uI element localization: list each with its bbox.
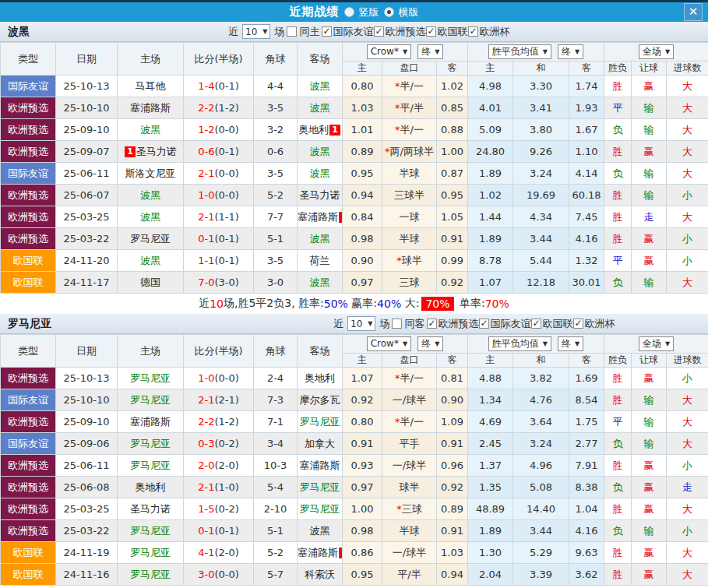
- away-team[interactable]: 圣马力诺: [298, 185, 343, 206]
- away-team[interactable]: 罗马尼亚: [298, 498, 343, 520]
- home-team[interactable]: 1圣马力诺: [118, 141, 184, 163]
- home-team[interactable]: 马耳他: [118, 76, 184, 97]
- match-row[interactable]: 国际友谊 25-09-06 罗马尼亚 0-3(0-2) 3-4 加拿大 0.91…: [1, 433, 708, 455]
- match-row[interactable]: 欧洲预选 25-09-10 塞浦路斯 2-2(1-2) 7-1 罗马尼亚 0.8…: [1, 411, 708, 433]
- match-row[interactable]: 国际友谊 25-10-13 马耳他 1-4(0-1) 4-4 波黑 0.80 *…: [1, 76, 708, 97]
- competition-filter-label[interactable]: 欧国联: [437, 25, 467, 39]
- handicap-time-select[interactable]: 终▼: [417, 336, 443, 351]
- close-button[interactable]: ✕: [684, 3, 703, 21]
- away-team[interactable]: 塞浦路斯1: [298, 542, 343, 564]
- match-row[interactable]: 欧国联 24-11-19 罗马尼亚 4-1(2-0) 5-2 塞浦路斯1 0.8…: [1, 542, 708, 564]
- radio-horizontal-label[interactable]: 横版: [399, 5, 419, 19]
- competition-filter-label[interactable]: 欧国联: [542, 317, 572, 331]
- match-row[interactable]: 欧国联 24-11-16 罗马尼亚 3-0(0-0) 5-7 科索沃 0.95 …: [1, 564, 708, 586]
- away-team[interactable]: 波黑: [298, 97, 343, 119]
- match-row[interactable]: 欧洲预选 25-06-08 奥地利 2-1(1-0) 5-4 罗马尼亚 0.97…: [1, 477, 708, 498]
- competition-filter-checkbox[interactable]: [427, 319, 437, 329]
- match-count-select[interactable]: 10▼: [242, 24, 270, 39]
- competition-filter-label[interactable]: 欧洲预选: [438, 317, 478, 331]
- avg-time-select[interactable]: 终▼: [558, 336, 583, 351]
- home-team[interactable]: 罗马尼亚: [118, 542, 184, 564]
- home-team[interactable]: 德国: [118, 272, 184, 294]
- away-team[interactable]: 波黑: [298, 163, 343, 185]
- match-row[interactable]: 欧洲预选 25-09-10 波黑 1-2(0-0) 3-2 奥地利1 1.01 …: [1, 119, 708, 141]
- competition-filter-label[interactable]: 欧洲预选: [385, 25, 425, 39]
- same-side-checkbox[interactable]: [392, 319, 402, 329]
- away-team[interactable]: 摩尔多瓦: [298, 389, 343, 411]
- away-team[interactable]: 奥地利: [298, 368, 343, 389]
- home-team[interactable]: 波黑: [118, 119, 184, 141]
- competition-filter-checkbox[interactable]: [468, 26, 478, 37]
- competition-filter-label[interactable]: 国际友谊: [490, 317, 530, 331]
- match-row[interactable]: 欧洲预选 25-10-13 罗马尼亚 1-0(0-0) 2-4 奥地利 1.07…: [1, 368, 708, 389]
- same-side-label[interactable]: 同客: [404, 317, 424, 331]
- competition-filter-label[interactable]: 欧洲杯: [479, 25, 509, 39]
- home-team[interactable]: 圣马力诺: [118, 498, 184, 520]
- away-team[interactable]: 波黑: [298, 272, 343, 294]
- away-team[interactable]: 塞浦路斯1: [298, 206, 343, 228]
- home-team[interactable]: 波黑: [118, 250, 184, 272]
- home-team[interactable]: 罗马尼亚: [118, 389, 184, 411]
- match-row[interactable]: 国际友谊 25-10-10 罗马尼亚 2-1(2-1) 7-3 摩尔多瓦 0.9…: [1, 389, 708, 411]
- radio-vertical-icon[interactable]: [344, 7, 354, 17]
- competition-filter-label[interactable]: 国际友谊: [333, 25, 373, 39]
- match-row[interactable]: 国际友谊 25-06-11 斯洛文尼亚 2-1(0-0) 3-5 波黑 0.95…: [1, 163, 708, 185]
- odds-company-select[interactable]: Crow*▼: [367, 44, 411, 59]
- home-team[interactable]: 波黑: [118, 185, 184, 206]
- competition-filter-checkbox[interactable]: [573, 319, 583, 329]
- home-team[interactable]: 罗马尼亚: [118, 520, 184, 542]
- avg-time-select[interactable]: 终▼: [558, 44, 583, 59]
- match-count-select[interactable]: 10▼: [347, 316, 375, 331]
- away-team[interactable]: 罗马尼亚: [298, 411, 343, 433]
- match-row[interactable]: 欧洲预选 25-06-07 波黑 1-0(0-0) 5-2 圣马力诺 0.94 …: [1, 185, 708, 206]
- same-side-checkbox[interactable]: [287, 26, 297, 37]
- handicap-home-odds: 0.97: [343, 272, 382, 294]
- match-row[interactable]: 欧洲预选 25-06-11 罗马尼亚 2-0(2-0) 10-3 塞浦路斯 0.…: [1, 455, 708, 477]
- away-team[interactable]: 波黑: [298, 76, 343, 97]
- match-row[interactable]: 欧洲预选 25-03-22 罗马尼亚 0-1(0-1) 5-1 波黑 0.98 …: [1, 520, 708, 542]
- away-team[interactable]: 科索沃: [298, 564, 343, 586]
- match-row[interactable]: 欧洲预选 25-03-25 波黑 2-1(1-1) 7-7 塞浦路斯1 0.84…: [1, 206, 708, 228]
- match-row[interactable]: 欧洲预选 25-10-10 塞浦路斯 2-2(1-2) 3-5 波黑 1.03 …: [1, 97, 708, 119]
- full-match-select[interactable]: 全场▼: [639, 336, 674, 351]
- away-team[interactable]: 加拿大: [298, 433, 343, 455]
- away-team[interactable]: 塞浦路斯: [298, 455, 343, 477]
- score-cell: 3-0(0-0): [184, 564, 254, 586]
- competition-filter-checkbox[interactable]: [479, 319, 489, 329]
- odds-company-select[interactable]: Crow*▼: [367, 336, 411, 351]
- away-team[interactable]: 奥地利1: [298, 119, 343, 141]
- home-team[interactable]: 塞浦路斯: [118, 97, 184, 119]
- avg-odds-select[interactable]: 胜平负均值▼: [488, 44, 551, 59]
- competition-filter-checkbox[interactable]: [531, 319, 541, 329]
- competition-filter-checkbox[interactable]: [426, 26, 436, 37]
- home-team[interactable]: 罗马尼亚: [118, 368, 184, 389]
- avg-odds-select[interactable]: 胜平负均值▼: [488, 336, 551, 351]
- home-team[interactable]: 罗马尼亚: [118, 455, 184, 477]
- handicap-time-select[interactable]: 终▼: [417, 44, 443, 59]
- away-team[interactable]: 波黑: [298, 141, 343, 163]
- home-team[interactable]: 罗马尼亚: [118, 228, 184, 250]
- match-row[interactable]: 欧洲预选 25-03-22 罗马尼亚 0-1(0-1) 5-1 波黑 0.98 …: [1, 228, 708, 250]
- match-row[interactable]: 欧国联 24-11-20 波黑 1-1(0-1) 3-5 荷兰 0.90 *球半…: [1, 250, 708, 272]
- home-team[interactable]: 波黑: [118, 206, 184, 228]
- competition-filter-checkbox[interactable]: [322, 26, 332, 37]
- same-side-label[interactable]: 同主: [299, 25, 319, 39]
- home-team[interactable]: 罗马尼亚: [118, 433, 184, 455]
- match-row[interactable]: 欧国联 24-11-17 德国 7-0(3-0) 3-0 波黑 0.97 三球 …: [1, 272, 708, 294]
- radio-horizontal-icon[interactable]: [384, 7, 394, 17]
- radio-vertical-label[interactable]: 竖版: [359, 5, 379, 19]
- away-team[interactable]: 荷兰: [298, 250, 343, 272]
- away-team[interactable]: 波黑: [298, 228, 343, 250]
- chevron-down-icon: ▼: [403, 48, 407, 55]
- away-team[interactable]: 罗马尼亚: [298, 477, 343, 498]
- home-team[interactable]: 斯洛文尼亚: [118, 163, 184, 185]
- competition-filter-checkbox[interactable]: [374, 26, 384, 37]
- away-team[interactable]: 波黑: [298, 520, 343, 542]
- full-match-select[interactable]: 全场▼: [639, 44, 674, 59]
- competition-filter-label[interactable]: 欧洲杯: [584, 317, 615, 331]
- home-team[interactable]: 奥地利: [118, 477, 184, 498]
- match-row[interactable]: 欧洲预选 25-03-25 圣马力诺 1-5(0-2) 2-10 罗马尼亚 1.…: [1, 498, 708, 520]
- match-row[interactable]: 欧洲预选 25-09-07 1圣马力诺 0-6(0-1) 0-6 波黑 0.89…: [1, 141, 708, 163]
- home-team[interactable]: 塞浦路斯: [118, 411, 184, 433]
- home-team[interactable]: 罗马尼亚: [118, 564, 184, 586]
